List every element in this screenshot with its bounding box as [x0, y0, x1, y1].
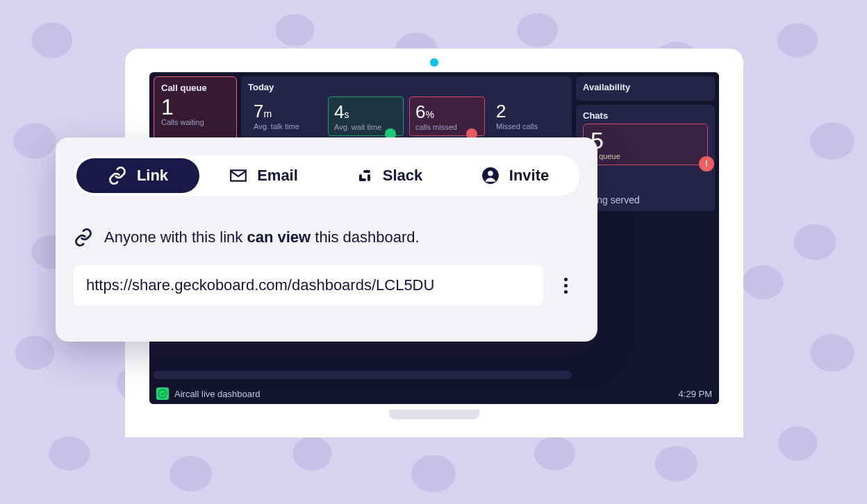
svg-rect-3: [359, 178, 366, 181]
laptop-base: [125, 410, 743, 437]
tab-email[interactable]: Email: [202, 158, 325, 193]
footer-title: Aircall live dashboard: [174, 389, 261, 399]
camera-dot: [430, 58, 438, 67]
share-desc-post: this dashboard.: [311, 228, 420, 246]
slack-icon: [356, 167, 373, 184]
chats-in-queue: 5 In queue !: [583, 124, 708, 165]
today-title: Today: [248, 82, 565, 92]
link-icon: [74, 228, 93, 247]
call-queue-value: 1: [161, 96, 229, 118]
geckoboard-logo-icon: [156, 387, 169, 400]
chats-title: Chats: [583, 110, 708, 121]
share-link-input[interactable]: [74, 265, 543, 305]
email-icon: [229, 167, 247, 185]
svg-point-5: [488, 171, 493, 176]
today-card: Today 7m Avg. talk time 4s Avg. wait tim…: [241, 76, 572, 142]
svg-rect-2: [368, 174, 370, 181]
link-icon: [108, 166, 127, 185]
availability-card: Availability: [576, 76, 715, 101]
share-modal: Link Email Slack Invite Anyone with this…: [56, 137, 597, 342]
user-icon: [481, 167, 499, 185]
more-options-button[interactable]: [552, 271, 579, 299]
alert-badge: !: [699, 156, 714, 171]
tab-slack[interactable]: Slack: [328, 158, 451, 193]
table-card: [154, 371, 572, 379]
metric-missed-calls: 2 Missed calls: [490, 96, 565, 136]
availability-title: Availability: [583, 82, 708, 92]
share-description: Anyone with this link can view this dash…: [74, 228, 579, 247]
call-queue-label: Calls waiting: [161, 118, 229, 126]
tab-email-label: Email: [257, 167, 298, 185]
tab-slack-label: Slack: [383, 167, 423, 185]
svg-rect-1: [363, 170, 370, 173]
metric-talk-time: 7m Avg. talk time: [248, 96, 322, 136]
tab-invite-label: Invite: [509, 167, 549, 185]
metric-calls-missed-pct: 6% calls missed: [409, 96, 485, 136]
call-queue-card: Call queue 1 Calls waiting: [154, 76, 237, 142]
share-tab-bar: Link Email Slack Invite: [74, 156, 579, 196]
share-desc-strong: can view: [247, 228, 311, 246]
metric-wait-time: 4s Avg. wait time: [328, 96, 404, 136]
tab-invite[interactable]: Invite: [454, 158, 577, 193]
tab-link[interactable]: Link: [76, 158, 199, 193]
share-desc-pre: Anyone with this link: [104, 228, 247, 246]
dots-icon: [564, 278, 568, 281]
tab-link-label: Link: [137, 167, 168, 185]
call-queue-title: Call queue: [161, 83, 229, 93]
footer-time: 4:29 PM: [679, 389, 712, 399]
dashboard-footer: Aircall live dashboard 4:29 PM: [149, 383, 719, 404]
